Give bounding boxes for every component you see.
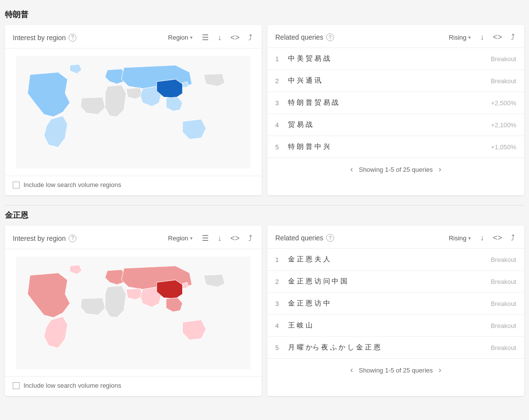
section2-map-header-left: Interest by region ? [13, 234, 76, 242]
section2-code-icon[interactable]: <> [229, 233, 241, 244]
query-left: 5 月 曜 から 夜 ふ か し 金 正 恩 [275, 343, 381, 352]
section2-map-footer: Include low search volume regions [5, 376, 262, 396]
section2-footer-label: Include low search volume regions [24, 382, 121, 389]
list-item[interactable]: 5 特 朗 普 中 兴 +1,050% [267, 136, 524, 158]
section2-region-dropdown[interactable]: Region ▾ [166, 233, 194, 243]
section2-map-area [5, 249, 262, 376]
query-num: 4 [275, 322, 282, 329]
section2-map-help-icon[interactable]: ? [69, 234, 76, 242]
section1-queries-download-icon[interactable]: ↓ [479, 32, 485, 43]
section2-title: 金正恩 [5, 210, 524, 221]
section1-pagination-text: Showing 1-5 of 25 queries [359, 166, 433, 173]
query-left: 3 金 正 恩 访 中 [275, 299, 330, 308]
section1-queries-help-icon[interactable]: ? [326, 33, 334, 41]
section-divider [5, 205, 524, 206]
section2-list-icon[interactable]: ☰ [200, 233, 210, 244]
query-value: Breakout [491, 344, 516, 351]
section2-pagination-text: Showing 1-5 of 25 queries [359, 367, 433, 374]
section1-list-icon[interactable]: ☰ [200, 32, 210, 43]
query-text: 金 正 恩 访 中 [288, 299, 330, 308]
section1-share-icon[interactable]: ⤴ [247, 32, 254, 43]
query-text: 中 兴 通 讯 [288, 76, 321, 85]
query-num: 1 [275, 256, 282, 263]
query-num: 4 [275, 121, 282, 129]
section2-download-icon[interactable]: ↓ [216, 233, 223, 244]
list-item[interactable]: 5 月 曜 から 夜 ふ か し 金 正 恩 Breakout [267, 337, 524, 358]
section2-queries-header-left: Related queries ? [275, 234, 334, 242]
list-item[interactable]: 2 金 正 恩 访 问 中 国 Breakout [267, 271, 524, 293]
section2-queries-header: Related queries ? Rising ▾ ↓ <> ⤴ [267, 226, 524, 249]
section1-map-help-icon[interactable]: ? [69, 34, 76, 42]
list-item[interactable]: 4 贸 易 战 +2,100% [267, 114, 524, 136]
query-value: +2,100% [491, 121, 516, 129]
list-item[interactable]: 3 特 朗 普 贸 易 战 +2,500% [267, 92, 524, 114]
query-text: 金 正 恩 访 问 中 国 [288, 277, 347, 286]
query-value: +2,500% [491, 99, 516, 107]
query-num: 5 [275, 344, 282, 351]
section1-queries-header: Related queries ? Rising ▾ ↓ <> ⤴ [267, 25, 524, 48]
query-text: 特 朗 普 中 兴 [288, 142, 330, 151]
query-num: 2 [275, 77, 282, 85]
list-item[interactable]: 2 中 兴 通 讯 Breakout [267, 70, 524, 92]
section1-prev-btn[interactable]: ‹ [350, 165, 353, 174]
section2-queries-help-icon[interactable]: ? [326, 234, 334, 242]
section2-low-volume-checkbox[interactable] [13, 382, 20, 389]
list-item[interactable]: 4 王 岐 山 Breakout [267, 315, 524, 337]
section2-queries-card: Related queries ? Rising ▾ ↓ <> ⤴ 1 金 正 … [267, 226, 524, 396]
query-value: Breakout [491, 77, 516, 85]
section2-queries-download-icon[interactable]: ↓ [479, 233, 485, 243]
section2-rising-dropdown-arrow: ▾ [468, 235, 471, 241]
section1-title: 特朗普 [5, 10, 524, 20]
query-left: 1 金 正 恩 夫 人 [275, 255, 330, 264]
query-left: 3 特 朗 普 贸 易 战 [275, 98, 338, 107]
section2-prev-btn[interactable]: ‹ [350, 366, 353, 374]
section2-queries-list: 1 金 正 恩 夫 人 Breakout 2 金 正 恩 访 问 中 国 Bre… [267, 249, 524, 358]
query-value: Breakout [491, 300, 516, 307]
list-item[interactable]: 3 金 正 恩 访 中 Breakout [267, 293, 524, 315]
query-text: 月 曜 から 夜 ふ か し 金 正 恩 [288, 343, 381, 352]
section2-rising-dropdown[interactable]: Rising ▾ [447, 233, 473, 243]
rising-dropdown-arrow: ▾ [468, 35, 471, 40]
section1-region-dropdown[interactable]: Region ▾ [166, 33, 194, 42]
section2-queries-title: Related queries [275, 234, 323, 242]
section1-cards-row: Interest by region ? Region ▾ ☰ ↓ <> ⤴ [5, 25, 524, 195]
section2-map-header: Interest by region ? Region ▾ ☰ ↓ <> ⤴ [5, 226, 262, 249]
section1-next-btn[interactable]: › [439, 165, 441, 174]
query-left: 4 贸 易 战 [275, 120, 313, 129]
section2-next-btn[interactable]: › [439, 366, 441, 374]
section1-map-footer: Include low search volume regions [5, 176, 262, 195]
section1-queries-share-icon[interactable]: ⤴ [509, 32, 516, 43]
section1-rising-dropdown[interactable]: Rising ▾ [447, 33, 473, 42]
list-item[interactable]: 1 中 美 贸 易 战 Breakout [267, 48, 524, 70]
query-left: 4 王 岐 山 [275, 321, 313, 330]
section1-map-svg [13, 56, 253, 168]
section1-low-volume-checkbox[interactable] [13, 182, 20, 188]
section1-queries-title: Related queries [275, 33, 323, 41]
section1-queries-footer: ‹ Showing 1-5 of 25 queries › [267, 158, 524, 181]
section1-map-area [5, 48, 262, 176]
section1-download-icon[interactable]: ↓ [216, 32, 223, 43]
section2-queries-header-right: Rising ▾ ↓ <> ⤴ [447, 233, 516, 243]
query-text: 特 朗 普 贸 易 战 [288, 98, 338, 107]
query-text: 金 正 恩 夫 人 [288, 255, 330, 264]
section1-queries-header-left: Related queries ? [275, 33, 334, 41]
section2-queries-share-icon[interactable]: ⤴ [509, 233, 516, 243]
section2-map-card: Interest by region ? Region ▾ ☰ ↓ <> ⤴ [5, 226, 262, 396]
list-item[interactable]: 1 金 正 恩 夫 人 Breakout [267, 249, 524, 271]
query-value: Breakout [491, 55, 516, 63]
section2-queries-code-icon[interactable]: <> [491, 233, 504, 243]
section2-cards-row: Interest by region ? Region ▾ ☰ ↓ <> ⤴ [5, 226, 524, 396]
section2-share-icon[interactable]: ⤴ [247, 233, 254, 244]
section1-code-icon[interactable]: <> [229, 32, 241, 43]
section2-map-header-right: Region ▾ ☰ ↓ <> ⤴ [166, 233, 254, 244]
query-num: 5 [275, 143, 282, 151]
query-left: 5 特 朗 普 中 兴 [275, 142, 330, 151]
section1-queries-code-icon[interactable]: <> [491, 32, 504, 43]
query-num: 2 [275, 278, 282, 285]
section1-map-card: Interest by region ? Region ▾ ☰ ↓ <> ⤴ [5, 25, 262, 195]
section2-region-dropdown-arrow: ▾ [190, 235, 192, 241]
query-text: 中 美 贸 易 战 [288, 54, 330, 63]
section2-map-svg [13, 257, 253, 369]
query-text: 贸 易 战 [288, 120, 313, 129]
query-left: 2 金 正 恩 访 问 中 国 [275, 277, 347, 286]
